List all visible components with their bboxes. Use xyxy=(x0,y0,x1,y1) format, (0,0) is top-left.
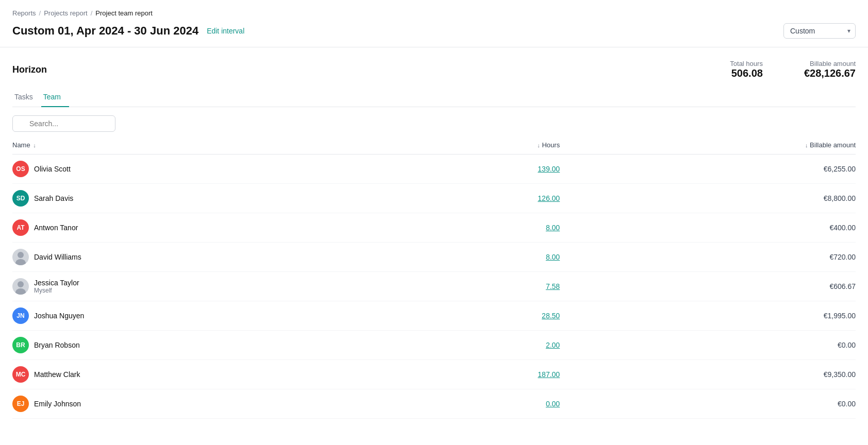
team-cell: OS Olivia Scott xyxy=(12,161,424,177)
avatar xyxy=(12,249,29,265)
interval-select[interactable]: Custom This week Last week This month La… xyxy=(783,23,856,39)
cell-billable: €9,350.00 xyxy=(560,360,856,389)
col-hours[interactable]: ↓ Hours xyxy=(424,136,560,155)
member-info: Joshua Nguyen xyxy=(34,312,84,320)
member-sub: Myself xyxy=(34,287,79,294)
hours-link[interactable]: 8.00 xyxy=(546,224,560,232)
table-row: JN Joshua Nguyen 28.50 €1,995.00 xyxy=(12,301,856,331)
col-billable[interactable]: ↓ Billable amount xyxy=(560,136,856,155)
avatar: OS xyxy=(12,161,29,177)
tab-tasks[interactable]: Tasks xyxy=(12,88,41,107)
table-row: SD Sarah Davis 126.00 €8,800.00 xyxy=(12,184,856,213)
col-name[interactable]: Name ↓ xyxy=(12,136,424,155)
team-cell: BR Bryan Robson xyxy=(12,337,424,353)
edit-interval-link[interactable]: Edit interval xyxy=(207,27,244,35)
breadcrumb-current: Project team report xyxy=(95,9,153,17)
search-bar-row xyxy=(0,107,868,136)
hours-link[interactable]: 139.00 xyxy=(538,165,560,173)
member-name: Joshua Nguyen xyxy=(34,312,84,320)
table-row: BR Bryan Robson 2.00 €0.00 xyxy=(12,331,856,360)
avatar: EJ xyxy=(12,396,29,412)
cell-billable: €606.67 xyxy=(560,272,856,301)
tabs-container: Tasks Team xyxy=(12,88,856,107)
avatar xyxy=(12,278,29,295)
cell-hours: 0.00 xyxy=(424,389,560,419)
hours-link[interactable]: 187.00 xyxy=(538,370,560,379)
table-row: David Williams 8.00 €720.00 xyxy=(12,243,856,272)
member-name: Matthew Clark xyxy=(34,370,80,379)
search-input[interactable] xyxy=(12,115,115,132)
team-cell: Jessica Taylor Myself xyxy=(12,278,424,295)
member-name: Emily Johnson xyxy=(34,400,81,408)
cell-name: David Williams xyxy=(12,243,424,272)
tab-team[interactable]: Team xyxy=(41,88,69,107)
cell-billable: €6,255.00 xyxy=(560,155,856,184)
avatar: AT xyxy=(12,219,29,236)
project-header: Horizon Total hours 506.08 Billable amou… xyxy=(12,54,856,83)
cell-hours: 8.00 xyxy=(424,243,560,272)
member-info: Emily Johnson xyxy=(34,400,81,408)
table-container: Name ↓ ↓ Hours ↓ Billable amount OS Oliv… xyxy=(0,136,868,419)
avatar: JN xyxy=(12,307,29,324)
svg-point-4 xyxy=(18,281,24,287)
member-name: Bryan Robson xyxy=(34,341,80,349)
cell-hours: 28.50 xyxy=(424,301,560,331)
hours-link[interactable]: 7.58 xyxy=(546,282,560,290)
member-name: Sarah Davis xyxy=(34,194,73,202)
team-cell: SD Sarah Davis xyxy=(12,190,424,207)
breadcrumb: Reports / Projects report / Project team… xyxy=(0,0,868,21)
cell-hours: 187.00 xyxy=(424,360,560,389)
header-row: Custom 01, Apr 2024 - 30 Jun 2024 Edit i… xyxy=(0,21,868,47)
project-stats: Total hours 506.08 Billable amount €28,1… xyxy=(730,60,856,79)
header-left: Custom 01, Apr 2024 - 30 Jun 2024 Edit i… xyxy=(12,24,244,38)
cell-billable: €8,800.00 xyxy=(560,184,856,213)
cell-name: OS Olivia Scott xyxy=(12,155,424,184)
cell-name: MC Matthew Clark xyxy=(12,360,424,389)
table-row: Jessica Taylor Myself 7.58 €606.67 xyxy=(12,272,856,301)
billable-amount-value: €28,126.67 xyxy=(804,67,856,79)
member-name: Olivia Scott xyxy=(34,165,71,173)
team-table: Name ↓ ↓ Hours ↓ Billable amount OS Oliv… xyxy=(12,136,856,419)
cell-billable: €720.00 xyxy=(560,243,856,272)
cell-name: SD Sarah Davis xyxy=(12,184,424,213)
cell-name: AT Antwon Tanor xyxy=(12,213,424,243)
member-info: Jessica Taylor Myself xyxy=(34,279,79,294)
member-info: Matthew Clark xyxy=(34,370,80,379)
hours-link[interactable]: 2.00 xyxy=(546,341,560,349)
hours-link[interactable]: 0.00 xyxy=(546,400,560,408)
table-header-row: Name ↓ ↓ Hours ↓ Billable amount xyxy=(12,136,856,155)
hours-link[interactable]: 28.50 xyxy=(542,312,560,320)
team-cell: David Williams xyxy=(12,249,424,265)
member-info: Olivia Scott xyxy=(34,165,71,173)
breadcrumb-reports[interactable]: Reports xyxy=(12,9,36,17)
hours-link[interactable]: 126.00 xyxy=(538,194,560,202)
billable-amount-label: Billable amount xyxy=(804,60,856,67)
team-cell: JN Joshua Nguyen xyxy=(12,307,424,324)
project-name: Horizon xyxy=(12,64,47,75)
cell-hours: 2.00 xyxy=(424,331,560,360)
team-cell: EJ Emily Johnson xyxy=(12,396,424,412)
page-title: Custom 01, Apr 2024 - 30 Jun 2024 xyxy=(12,24,198,38)
billable-amount-stat: Billable amount €28,126.67 xyxy=(804,60,856,79)
search-wrapper xyxy=(12,115,115,132)
cell-name: Jessica Taylor Myself xyxy=(12,272,424,301)
avatar: SD xyxy=(12,190,29,207)
cell-hours: 7.58 xyxy=(424,272,560,301)
member-info: Sarah Davis xyxy=(34,194,73,202)
member-info: Bryan Robson xyxy=(34,341,80,349)
name-sort-icon: ↓ xyxy=(33,142,36,148)
breadcrumb-sep-2: / xyxy=(91,9,93,17)
interval-select-wrapper: Custom This week Last week This month La… xyxy=(783,23,856,39)
total-hours-stat: Total hours 506.08 xyxy=(730,60,763,79)
avatar: MC xyxy=(12,366,29,383)
cell-hours: 8.00 xyxy=(424,213,560,243)
total-hours-label: Total hours xyxy=(730,60,763,67)
member-name: Jessica Taylor xyxy=(34,279,79,287)
breadcrumb-projects-report[interactable]: Projects report xyxy=(44,9,88,17)
cell-name: BR Bryan Robson xyxy=(12,331,424,360)
hours-link[interactable]: 8.00 xyxy=(546,253,560,261)
total-hours-value: 506.08 xyxy=(730,67,763,79)
table-row: OS Olivia Scott 139.00 €6,255.00 xyxy=(12,155,856,184)
table-row: MC Matthew Clark 187.00 €9,350.00 xyxy=(12,360,856,389)
cell-hours: 139.00 xyxy=(424,155,560,184)
